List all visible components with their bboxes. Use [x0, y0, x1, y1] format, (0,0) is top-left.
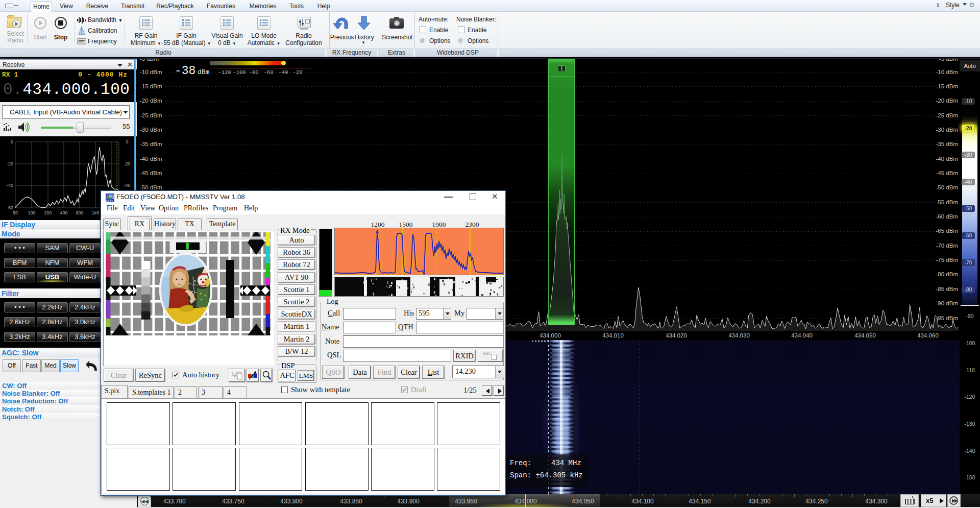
- svg-text:1k6: 1k6: [92, 210, 100, 215]
- svg-text:-20: -20: [7, 161, 13, 166]
- svg-text:50: 50: [13, 210, 18, 215]
- svg-text:-60: -60: [7, 205, 13, 210]
- svg-text:SSTV: SSTV: [106, 199, 113, 202]
- svg-text:100: 100: [28, 210, 35, 215]
- svg-text:-40: -40: [124, 183, 130, 188]
- svg-text:400: 400: [60, 210, 67, 215]
- svg-text:0: 0: [126, 139, 128, 144]
- svg-text:800: 800: [76, 210, 83, 215]
- svg-text:200: 200: [44, 210, 52, 215]
- svg-text:-20: -20: [124, 161, 130, 166]
- svg-text:b: b: [194, 279, 197, 283]
- svg-text:0: 0: [11, 139, 13, 144]
- svg-text:-40: -40: [7, 183, 13, 188]
